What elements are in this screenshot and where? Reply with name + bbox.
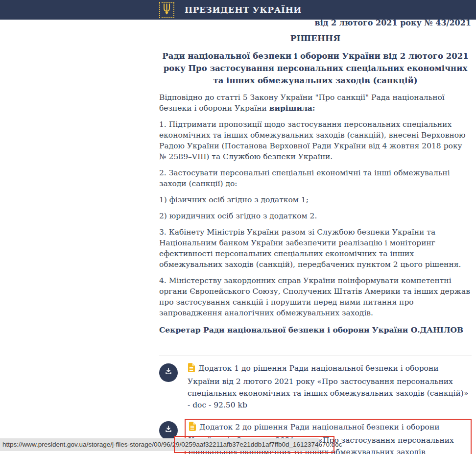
document-title: РІШЕННЯ	[159, 33, 472, 44]
paragraph-item-2: 2. Застосувати персональні спеціальні ек…	[159, 167, 472, 189]
doc-file-icon	[188, 365, 195, 374]
intro-paragraph: Відповідно до статті 5 Закону України "П…	[159, 92, 472, 114]
intro-decided-word: вирішила:	[269, 103, 315, 113]
paragraph-item-1: 1. Підтримати пропозиції щодо застосуван…	[159, 119, 472, 162]
paragraph-item-4: 4. Міністерству закордонних справ Україн…	[159, 275, 472, 318]
doc-file-icon	[189, 424, 196, 433]
download-button-attachment-2[interactable]	[159, 421, 178, 440]
status-url-prefix: https://www.president.gov.ua/storage/j-f…	[2, 441, 181, 448]
site-title[interactable]: ПРЕЗИДЕНТ УКРАЇНИ	[185, 5, 302, 15]
paragraph-item-3: 3. Кабінету Міністрів України разом зі С…	[159, 227, 472, 270]
status-url-filename: 0259aaf32211afb37e21ddb1af7ffb0d_1612374…	[181, 441, 342, 448]
download-button-attachment-1[interactable]	[159, 363, 178, 382]
attachment-row-1: Додаток 1 до рішення Ради національної б…	[159, 361, 472, 413]
paragraph-subitem-2: 2) юридичних осіб згідно з додатком 2.	[159, 211, 472, 221]
download-icon	[164, 367, 173, 379]
presidential-logo[interactable]	[159, 2, 174, 18]
document-subtitle: Ради національної безпеки і оборони Укра…	[159, 50, 472, 87]
attachments-divider	[159, 355, 472, 356]
signature-line: Секретар Ради національної безпеки і обо…	[159, 325, 472, 335]
site-header: ПРЕЗИДЕНТ УКРАЇНИ	[0, 0, 476, 20]
page: ПРЕЗИДЕНТ УКРАЇНИ від 2 лютого 2021 року…	[0, 0, 476, 454]
attachment-label: Додаток 1 до рішення Ради національної б…	[188, 364, 468, 409]
trident-icon	[162, 3, 171, 17]
paragraph-subitem-1: 1) фізичних осіб згідно з додатком 1;	[159, 194, 472, 205]
browser-status-bar: https://www.president.gov.ua/storage/j-f…	[0, 438, 319, 451]
download-icon	[164, 425, 173, 436]
attachment-link-1[interactable]: Додаток 1 до рішення Ради національної б…	[185, 361, 472, 413]
decision-document: РІШЕННЯ Ради національної безпеки і обор…	[159, 33, 472, 454]
